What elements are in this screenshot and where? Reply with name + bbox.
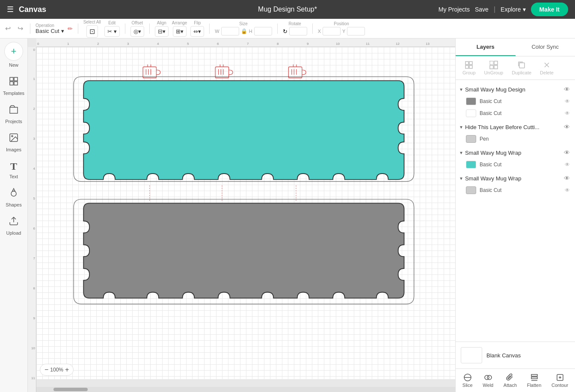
svg-rect-35 — [469, 65, 472, 68]
images-icon — [9, 133, 19, 145]
operation-value[interactable]: Basic Cut ▾ — [36, 28, 64, 34]
width-label: W — [215, 29, 219, 34]
layer-item-name-basic-cut-teal: Basic Cut — [480, 162, 561, 168]
canvas-scrollbar[interactable] — [36, 387, 455, 392]
undo-button[interactable]: ↩ — [3, 23, 12, 34]
attach-icon — [506, 373, 514, 382]
visibility-icon-wrap-gray[interactable]: 👁 — [564, 175, 570, 182]
zoom-in-button[interactable]: + — [65, 366, 69, 374]
edit-button[interactable]: ✂ ▾ — [104, 26, 120, 37]
sidebar-item-shapes[interactable]: Shapes — [2, 184, 26, 211]
duplicate-button[interactable]: Duplicate — [508, 59, 535, 77]
flatten-button[interactable]: Flatten — [524, 371, 545, 389]
attach-button[interactable]: Attach — [500, 371, 520, 389]
new-button[interactable]: + — [4, 42, 23, 61]
height-input[interactable] — [254, 27, 272, 35]
visibility-icon-basic-cut-outline[interactable]: 👁 — [565, 110, 570, 116]
visibility-icon-basic-cut-gray2[interactable]: 👁 — [565, 187, 570, 193]
blank-canvas-section: Blank Canvas — [456, 342, 575, 368]
layer-group-header-mug-design[interactable]: ▼ Small Wavy Mug Design 👁 — [456, 83, 575, 95]
sidebar-item-upload[interactable]: Upload — [2, 212, 26, 239]
shapes-icon — [9, 188, 19, 200]
save-button[interactable]: Save — [475, 6, 489, 13]
canvas-scrollbar-thumb[interactable] — [53, 388, 88, 391]
color-swatch-pen[interactable] — [466, 135, 476, 143]
ruler-vertical: 0 1 2 3 4 5 6 7 8 9 10 11 — [28, 47, 36, 392]
layer-item-basic-cut-teal[interactable]: Basic Cut 👁 — [456, 159, 575, 171]
svg-rect-1 — [14, 77, 18, 81]
text-label: Text — [9, 174, 18, 179]
select-all-button[interactable]: ⊡ — [86, 25, 98, 38]
visibility-icon-basic-cut-teal[interactable]: 👁 — [565, 162, 570, 168]
color-swatch-gray[interactable] — [466, 97, 476, 105]
tab-color-sync[interactable]: Color Sync — [516, 38, 575, 56]
offset-button[interactable]: ◎▾ — [130, 26, 144, 37]
flatten-label: Flatten — [527, 383, 542, 388]
operation-text: Basic Cut — [36, 28, 59, 34]
contour-icon — [556, 373, 564, 382]
sidebar-item-templates[interactable]: Templates — [2, 73, 26, 99]
rotate-input[interactable] — [289, 27, 307, 35]
sidebar-item-projects[interactable]: Projects — [2, 101, 26, 127]
position-section: Position X Y — [318, 21, 365, 35]
my-projects-link[interactable]: My Projects — [439, 6, 470, 13]
layer-group-header-hide[interactable]: ▼ Hide This Layer Before Cutti... 👁 — [456, 121, 575, 133]
color-swatch-teal[interactable] — [466, 161, 476, 168]
explore-menu[interactable]: Explore ▾ — [501, 6, 525, 13]
zoom-out-button[interactable]: − — [44, 366, 48, 374]
tab-layers[interactable]: Layers — [456, 38, 516, 56]
flip-label: Flip — [194, 21, 201, 25]
svg-rect-15 — [215, 67, 228, 78]
x-input[interactable] — [323, 27, 341, 35]
color-swatch-outline[interactable] — [466, 109, 476, 117]
layer-item-basic-cut-gray2[interactable]: Basic Cut 👁 — [456, 184, 575, 196]
contour-button[interactable]: Contour — [548, 371, 572, 389]
layer-group-header-wrap-teal[interactable]: ▼ Small Wavy Mug Wrap 👁 — [456, 147, 575, 159]
make-it-button[interactable]: Make It — [531, 3, 568, 16]
sidebar-item-images[interactable]: Images — [2, 129, 26, 156]
slice-button[interactable]: Slice — [459, 371, 476, 389]
layer-item-name-pen: Pen — [480, 136, 570, 142]
layer-item-pen[interactable]: Pen — [456, 133, 575, 145]
topnav-right-actions: My Projects Save | Explore ▾ Make It — [439, 3, 568, 16]
left-sidebar: + New Templates Projects Images T Text — [0, 38, 28, 392]
rotate-section: Rotate ↻ — [283, 21, 307, 35]
select-all-content: ⊡ — [86, 25, 98, 38]
y-input[interactable] — [347, 27, 365, 35]
ungroup-button[interactable]: UnGroup — [481, 59, 507, 77]
slice-label: Slice — [462, 383, 473, 388]
svg-rect-32 — [465, 62, 468, 65]
weld-button[interactable]: Weld — [479, 371, 497, 389]
lock-icon: 🔒 — [241, 28, 247, 34]
sidebar-item-text[interactable]: T Text — [2, 157, 26, 183]
flip-button[interactable]: ⇔▾ — [190, 26, 204, 37]
height-label: H — [249, 29, 252, 34]
visibility-icon-hide[interactable]: 👁 — [564, 124, 570, 130]
edit-icon[interactable]: ✏ — [68, 25, 73, 32]
redo-button[interactable]: ↪ — [16, 23, 25, 34]
layers-list: ▼ Small Wavy Mug Design 👁 Basic Cut 👁 Ba… — [456, 80, 575, 342]
width-input[interactable] — [221, 27, 239, 35]
arrange-button[interactable]: ⊞▾ — [173, 26, 187, 37]
hamburger-icon[interactable]: ☰ — [7, 5, 14, 14]
layer-item-basic-cut-outline[interactable]: Basic Cut 👁 — [456, 107, 575, 119]
group-button[interactable]: Group — [459, 59, 479, 77]
visibility-icon-mug-design[interactable]: 👁 — [564, 86, 570, 93]
svg-rect-39 — [494, 65, 498, 69]
duplicate-label: Duplicate — [512, 70, 531, 75]
layer-item-basic-cut-gray[interactable]: Basic Cut 👁 — [456, 95, 575, 107]
layer-group-header-wrap-gray[interactable]: ▼ Small Wavy Mug Wrap 👁 — [456, 172, 575, 184]
offset-section: Offset ◎▾ — [130, 21, 144, 37]
visibility-icon-wrap-teal[interactable]: 👁 — [564, 149, 570, 156]
weld-label: Weld — [483, 383, 493, 388]
canvas-area[interactable]: 0 1 2 3 4 5 6 7 8 9 10 11 12 13 0 1 2 — [28, 38, 455, 392]
color-swatch-gray2[interactable] — [466, 186, 476, 194]
blank-canvas-label: Blank Canvas — [486, 352, 521, 359]
layer-item-name-basic-cut-outline: Basic Cut — [480, 110, 561, 116]
canvas-grid[interactable]: − 100% + — [36, 47, 455, 379]
top-toolbar: ↩ ↪ Operation Basic Cut ▾ ✏ Select All ⊡… — [0, 19, 575, 38]
delete-button[interactable]: Delete — [536, 59, 557, 77]
visibility-icon-basic-cut-gray[interactable]: 👁 — [565, 98, 570, 104]
align-button[interactable]: ⊟▾ — [155, 26, 169, 37]
scissors-icon: ✂ — [107, 28, 112, 35]
